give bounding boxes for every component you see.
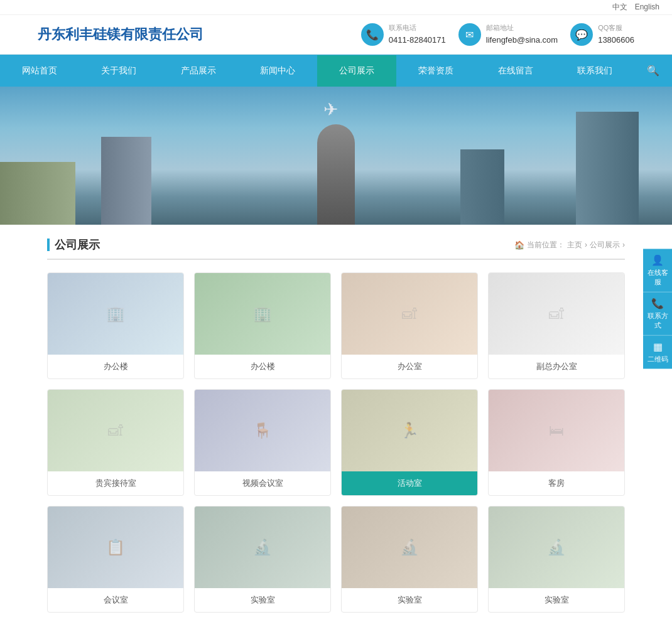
phone-contact: 📞 联系电话 0411-82840171 [361,23,446,46]
logo: 丹东利丰硅镁有限责任公司 [38,25,203,44]
lang-cn[interactable]: 中文 [612,3,627,11]
gallery-item[interactable]: 🔬实验室 [488,506,625,613]
email-label: 邮箱地址 [486,23,558,34]
nav-item-产品展示[interactable]: 产品展示 [159,55,238,87]
gallery-item-label: 视频会议室 [195,471,330,495]
gallery-item-label: 副总办公室 [489,355,624,378]
gallery-item-label: 办公室 [342,355,477,378]
gallery-item-label: 办公楼 [195,355,330,378]
gallery-item-label: 贵宾接待室 [48,471,183,495]
side-btn-label: 在线客服 [646,267,669,286]
side-btn-icon: 👤 [651,254,664,266]
side-buttons: 👤在线客服📞联系方式▦二维码 [643,249,672,368]
page-header: 公司展示 🏠 当前位置： 主页 › 公司展示 › [47,237,625,260]
top-bar: 中文 English [0,0,672,15]
side-btn-label: 联系方式 [646,311,669,330]
email-contact: ✉ 邮箱地址 lifengfeb@sina.com [458,23,558,46]
gallery-image: 🏢 [195,273,330,355]
left-building [101,137,151,225]
gallery-item[interactable]: 🛏客房 [488,389,625,496]
gallery-item[interactable]: 🛋办公室 [341,272,478,379]
qq-label: QQ客服 [598,23,634,34]
gallery-item-label: 会议室 [48,588,183,612]
side-btn-label: 二维码 [648,354,668,363]
side-btn-icon: ▦ [653,340,663,352]
nav-item-公司展示[interactable]: 公司展示 [317,55,396,87]
gallery-item[interactable]: 🛋贵宾接待室 [47,389,184,496]
gallery-item[interactable]: 🏢办公楼 [194,272,331,379]
gallery-image: 📋 [48,507,183,588]
nav-item-网站首页[interactable]: 网站首页 [0,55,79,87]
far-left-building [0,162,75,225]
gallery-image: 🏃 [342,390,477,471]
gallery-image: 🛋 [489,273,624,355]
gallery-image: 🔬 [342,507,477,588]
gallery-item-label: 实验室 [342,588,477,612]
tower-building [317,124,355,225]
gallery-item[interactable]: 🔬实验室 [194,506,331,613]
gallery-image: 🔬 [489,507,624,588]
nav: 网站首页关于我们产品展示新闻中心公司展示荣誉资质在线留言联系我们🔍 [0,55,672,87]
gallery-item-label: 办公楼 [48,355,183,378]
nav-item-关于我们[interactable]: 关于我们 [79,55,158,87]
contact-info: 📞 联系电话 0411-82840171 ✉ 邮箱地址 lifengfeb@si… [361,23,634,46]
phone-icon: 📞 [361,23,384,46]
gallery-image: 🛏 [489,390,624,471]
search-icon[interactable]: 🔍 [634,55,672,87]
breadcrumb-current: 公司展示 [590,240,620,250]
side-btn-在线客服[interactable]: 👤在线客服 [643,249,672,292]
phone-label: 联系电话 [389,23,446,34]
lang-en[interactable]: English [635,3,659,11]
email-icon: ✉ [458,23,481,46]
gallery-item-label: 活动室 [342,471,477,495]
nav-item-荣誉资质[interactable]: 荣誉资质 [396,55,475,87]
gallery-item-label: 实验室 [489,588,624,612]
nav-item-在线留言[interactable]: 在线留言 [476,55,555,87]
side-btn-icon: 📞 [651,297,664,309]
mid-right-building [460,149,504,225]
side-btn-二维码[interactable]: ▦二维码 [643,335,672,368]
gallery-image: 🛋 [342,273,477,355]
plane-icon: ✈ [323,99,338,120]
title-bar [47,239,50,251]
email-value: lifengfeb@sina.com [486,34,558,47]
qq-value: 13806606 [598,34,634,47]
gallery-image: 🏢 [48,273,183,355]
gallery-item[interactable]: 🛋副总办公室 [488,272,625,379]
gallery-item[interactable]: 🏃活动室 [341,389,478,496]
gallery-item-label: 实验室 [195,588,330,612]
nav-item-联系我们[interactable]: 联系我们 [555,55,634,87]
page-title: 公司展示 [47,237,100,252]
phone-value: 0411-82840171 [389,34,446,47]
right-building [576,112,639,225]
banner: ✈ [0,87,672,225]
gallery-image: 🛋 [48,390,183,471]
gallery-item[interactable]: 🏢办公楼 [47,272,184,379]
side-btn-联系方式[interactable]: 📞联系方式 [643,292,672,335]
home-icon: 🏠 [514,240,524,250]
main-content: 公司展示 🏠 当前位置： 主页 › 公司展示 › 🏢办公楼🏢办公楼🛋办公室🛋副总… [47,225,625,617]
qq-icon: 💬 [570,23,593,46]
gallery-image: 🔬 [195,507,330,588]
gallery-item[interactable]: 🪑视频会议室 [194,389,331,496]
gallery-grid: 🏢办公楼🏢办公楼🛋办公室🛋副总办公室🛋贵宾接待室🪑视频会议室🏃活动室🛏客房📋会议… [47,272,625,613]
gallery-item[interactable]: 🔬实验室 [341,506,478,613]
breadcrumb-home[interactable]: 主页 [567,240,582,250]
qq-contact: 💬 QQ客服 13806606 [570,23,634,46]
gallery-item[interactable]: 📋会议室 [47,506,184,613]
nav-item-新闻中心[interactable]: 新闻中心 [238,55,317,87]
breadcrumb: 🏠 当前位置： 主页 › 公司展示 › [514,240,625,250]
gallery-item-label: 客房 [489,471,624,495]
gallery-image: 🪑 [195,390,330,471]
header: 丹东利丰硅镁有限责任公司 📞 联系电话 0411-82840171 ✉ 邮箱地址… [0,15,672,55]
